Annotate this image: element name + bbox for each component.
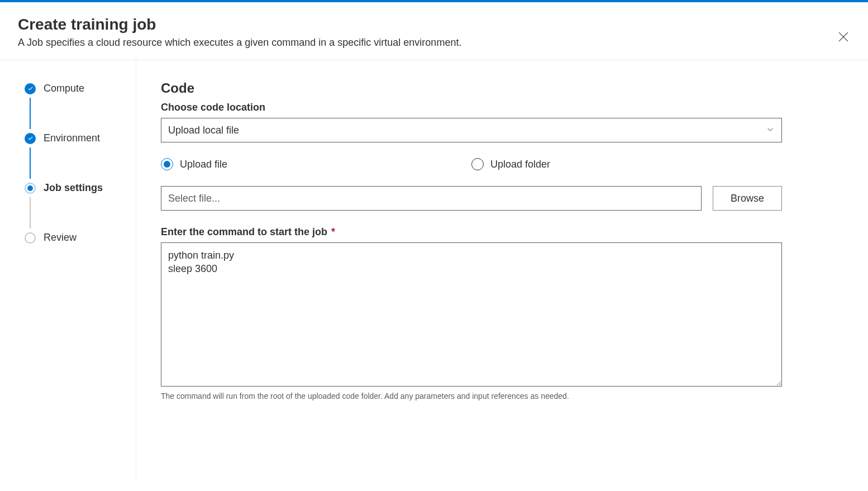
main-content: Code Choose code location Upload local f… [136, 60, 807, 479]
radio-circle-selected [161, 158, 173, 170]
code-section-title: Code [161, 80, 782, 96]
page-title: Create training job [18, 16, 850, 34]
command-label: Enter the command to start the job * [161, 226, 782, 238]
check-icon [27, 85, 34, 92]
command-hint: The command will run from the root of th… [161, 392, 782, 401]
radio-upload-folder[interactable]: Upload folder [471, 158, 782, 170]
radio-label: Upload file [180, 159, 227, 170]
page-header: Create training job A Job specifies a cl… [0, 2, 868, 60]
code-location-value: Upload local file [161, 118, 782, 142]
code-location-select[interactable]: Upload local file [161, 118, 782, 142]
code-location-label: Choose code location [161, 102, 782, 113]
step-label: Review [44, 232, 77, 244]
radio-circle [471, 158, 484, 170]
step-indicator-pending [25, 232, 36, 244]
file-path-input[interactable] [161, 186, 702, 211]
step-connector [30, 147, 31, 179]
step-label: Compute [44, 83, 84, 94]
browse-button[interactable]: Browse [713, 186, 782, 211]
radio-label: Upload folder [490, 159, 550, 170]
step-connector [30, 98, 31, 129]
command-label-text: Enter the command to start the job [161, 226, 327, 237]
step-indicator-completed [25, 133, 36, 144]
step-compute[interactable]: Compute [25, 83, 125, 94]
command-textarea[interactable] [161, 242, 782, 387]
step-indicator-active [25, 183, 36, 194]
close-icon [838, 32, 848, 42]
step-job-settings[interactable]: Job settings [25, 182, 125, 194]
page-subtitle: A Job specifies a cloud resource which e… [18, 37, 850, 49]
step-connector [30, 197, 31, 228]
file-select-row: Browse [161, 186, 782, 211]
step-label: Environment [44, 132, 100, 144]
step-indicator-completed [25, 83, 36, 94]
step-review[interactable]: Review [25, 232, 125, 244]
required-asterisk: * [328, 226, 335, 237]
check-icon [27, 135, 34, 141]
upload-type-radios: Upload file Upload folder [161, 158, 782, 170]
wizard-sidebar: Compute Environment Job settings Review [0, 60, 136, 479]
close-button[interactable] [837, 30, 850, 44]
step-label: Job settings [44, 182, 103, 194]
step-environment[interactable]: Environment [25, 132, 125, 144]
radio-upload-file[interactable]: Upload file [161, 158, 471, 170]
